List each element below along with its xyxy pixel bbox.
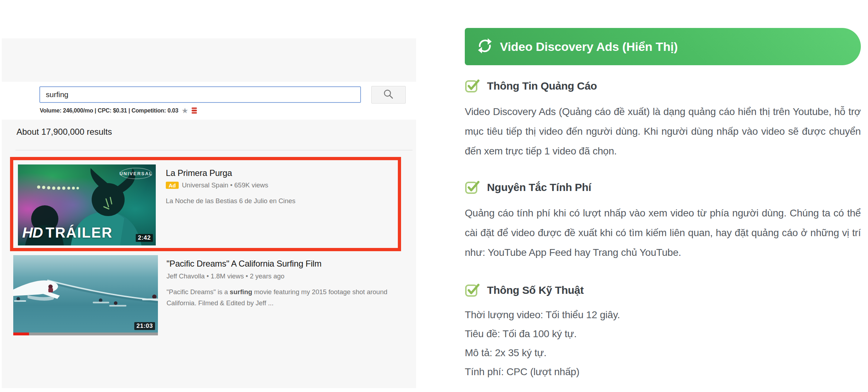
article-content: Video Discovery Ads (Hiển Thị) Thông Tin… (465, 28, 861, 381)
magnifier-icon (382, 87, 395, 102)
spec-list: Thời lượng video: Tối thiểu 12 giây. Tiê… (465, 305, 861, 381)
duration-badge: 2:42 (136, 234, 153, 242)
star-icon[interactable]: ★ (182, 107, 188, 114)
checkbox-icon (465, 78, 480, 94)
section-heading-thong-so: Thông Số Kỹ Thuật (465, 282, 861, 298)
spec-line: Tính phí: CPC (lượt nhấp) (465, 362, 861, 381)
duration-badge: 21:03 (134, 322, 155, 330)
search-button[interactable] (371, 86, 406, 104)
search-input[interactable] (39, 86, 361, 103)
video-result-ad-highlighted: UNIVERSAL HDTRÁILER 2:42 La Primera Purg… (10, 157, 401, 251)
video-meta: Universal Spain • 659K views (182, 181, 268, 189)
video-meta: Jeff Chavolla • 1.8M views • 2 years ago (167, 272, 411, 280)
banner-title: Video Discovery Ads (Hiển Thị) (500, 40, 678, 54)
hd-trailer-overlay: HDTRÁILER (22, 224, 113, 241)
section-heading-thong-tin: Thông Tin Quảng Cáo (465, 78, 861, 94)
keyword-stats-row: Volume: 246,000/mo | CPC: $0.31 | Compet… (40, 107, 197, 114)
video-description: La Noche de las Bestias 6 de Julio en Ci… (166, 195, 295, 206)
results-count: About 17,900,000 results (16, 127, 112, 137)
video-thumbnail-la-primera-purga[interactable]: UNIVERSAL HDTRÁILER 2:42 (18, 164, 156, 245)
section-title: Thông Tin Quảng Cáo (487, 80, 597, 92)
spec-line: Tiêu đề: Tối đa 100 ký tự. (465, 324, 861, 343)
svg-text:UNIVERSAL: UNIVERSAL (119, 171, 153, 176)
ad-badge: Ad (166, 182, 179, 189)
video-result-organic: 21:03 "Pacific Dreams" A California Surf… (13, 255, 411, 335)
video-title-link[interactable]: "Pacific Dreams" A California Surfing Fi… (167, 259, 411, 269)
keyword-stats: Volume: 246,000/mo | CPC: $0.31 | Compet… (40, 107, 178, 114)
section-paragraph: Quảng cáo tính phí khi có lượt nhấp vào … (465, 203, 861, 262)
search-bar-section: Volume: 246,000/mo | CPC: $0.31 | Compet… (2, 82, 416, 120)
video-description: "Pacific Dreams" is a surfing movie feat… (167, 286, 411, 309)
checkbox-icon (465, 179, 480, 196)
section-title: Nguyên Tắc Tính Phí (487, 181, 591, 193)
section-heading-nguyen-tac: Nguyên Tắc Tính Phí (465, 179, 861, 196)
section-banner: Video Discovery Ads (Hiển Thị) (465, 28, 861, 65)
video-info: "Pacific Dreams" A California Surfing Fi… (167, 255, 411, 335)
section-title: Thông Số Kỹ Thuật (487, 284, 584, 296)
video-title-link[interactable]: La Primera Purga (166, 168, 295, 178)
video-thumbnail-pacific-dreams[interactable]: 21:03 (13, 255, 158, 335)
sync-icon (476, 37, 493, 56)
database-icon[interactable] (192, 107, 197, 114)
video-info: La Primera Purga Ad Universal Spain • 65… (166, 164, 295, 248)
section-paragraph: Video Discovery Ads (Quảng cáo đề xuất) … (465, 102, 861, 161)
spec-line: Thời lượng video: Tối thiểu 12 giây. (465, 305, 861, 324)
results-divider (15, 150, 413, 150)
spec-line: Mô tả: 2x 35 ký tự. (465, 343, 861, 362)
watch-progress-bar (13, 333, 158, 335)
youtube-search-screenshot-panel: Volume: 246,000/mo | CPC: $0.31 | Compet… (2, 38, 416, 388)
checkbox-icon (465, 282, 480, 298)
